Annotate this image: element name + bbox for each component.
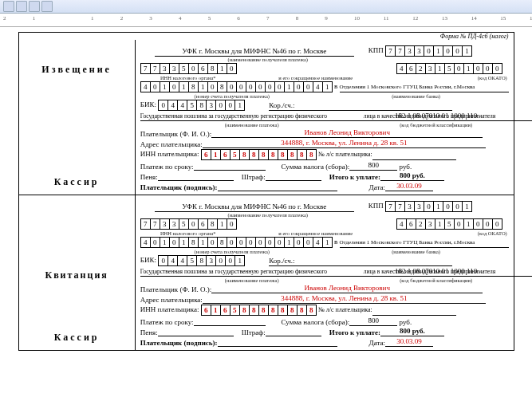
total-label: Итого к уплате:: [329, 173, 380, 181]
cell: 3: [425, 218, 435, 230]
acct-caption: (номер счета получателя платежа): [140, 249, 324, 254]
cell: 1: [211, 149, 220, 160]
cell: 2: [416, 218, 425, 230]
cell: 5: [230, 305, 239, 316]
cell: 6: [201, 149, 211, 160]
cell: 8: [297, 305, 306, 316]
horizontal-ruler: 2112345678910111213141516: [0, 14, 532, 27]
due-label: Платеж по сроку:: [140, 163, 194, 171]
cell: 0: [473, 63, 483, 74]
cell: 4: [177, 255, 187, 266]
cell: 0: [454, 218, 463, 230]
total-label: Итого к уплате:: [329, 328, 380, 336]
kpp-label: КПП: [368, 202, 384, 210]
in-label: в: [334, 82, 337, 90]
cell: 5: [187, 255, 196, 266]
bank-caption: (наименование банка): [324, 93, 509, 99]
fine-label: Штраф:: [242, 328, 266, 336]
cell: 6: [198, 218, 207, 230]
cell: 5: [444, 218, 454, 230]
cell: 0: [236, 237, 246, 248]
cell: 7: [150, 218, 160, 230]
kbk: 182 1 08 07010 01 1000 110: [372, 112, 500, 121]
fine-label: Штраф:: [242, 173, 266, 181]
cell: 0: [246, 81, 255, 92]
cell: 7: [150, 63, 160, 74]
kbk-caption: (код бюджетной классификации): [364, 277, 509, 283]
cell: 3: [404, 201, 414, 212]
cell: 0: [483, 218, 492, 230]
cell: 3: [414, 201, 424, 212]
bik-label: БИК:: [140, 100, 156, 108]
left-col: Квитанция Кассир: [19, 195, 136, 350]
recipient-caption: (наименование получателя платежа): [188, 57, 348, 62]
cell: 8: [287, 149, 297, 160]
cell: 3: [160, 218, 169, 230]
cell: 3: [169, 218, 179, 230]
pinn-label: ИНН плательщика:: [140, 305, 199, 313]
cell: 1: [463, 218, 473, 230]
cell: 1: [198, 81, 207, 92]
cell: 0: [443, 201, 452, 212]
cell: 6: [220, 149, 230, 160]
cell: 4: [396, 218, 406, 230]
cell: 0: [452, 45, 462, 57]
cell: 1: [433, 201, 443, 212]
short-name-caption: и его сокращенное наименование: [236, 75, 396, 81]
penya-value: [158, 327, 234, 336]
tb-icon[interactable]: [16, 1, 27, 12]
date-value: 30.03.09: [385, 337, 433, 347]
cell: 7: [395, 201, 404, 212]
cell: 0: [274, 237, 284, 248]
cell: 3: [404, 45, 414, 57]
cell: 4: [313, 237, 322, 248]
inn-org-caption: ИНН налогового органа*: [140, 230, 236, 236]
cell: 1: [462, 201, 472, 212]
cell: 4: [140, 81, 150, 92]
cell: 8: [196, 100, 206, 111]
cell: 8: [207, 63, 217, 74]
cell: 3: [206, 255, 215, 266]
cell: 0: [169, 237, 179, 248]
recipient-caption: (наименование получателя платежа): [188, 212, 348, 218]
korr-value: [317, 257, 452, 266]
cell: 5: [444, 63, 454, 74]
tb-icon[interactable]: [3, 1, 14, 12]
cell: 0: [454, 63, 463, 74]
page-area: Форма № ПД-4сб (налог) Извещение Кассир …: [0, 27, 532, 359]
sum-value: 800: [349, 161, 397, 171]
notice-title: Извещение: [41, 64, 112, 76]
due-value: [194, 161, 266, 171]
payer-name: Иванов Леонид Викторович: [211, 284, 483, 293]
cell: 1: [160, 81, 169, 92]
cell: 0: [255, 81, 265, 92]
kbk: 182 1 08 07010 01 1000 110: [372, 267, 500, 277]
cell: 0: [424, 45, 433, 57]
sign-value: [218, 182, 337, 191]
cell: 1: [435, 63, 444, 74]
cell: 0: [225, 100, 234, 111]
cell: 1: [284, 237, 294, 248]
pls-value: [372, 306, 456, 316]
duty-caption: (наименование платежа): [140, 122, 364, 128]
bank-name: Отделении 1 Московского ГТУЦ Банка Росси…: [340, 238, 509, 248]
payer-addr: 344888, г. Москва, ул. Ленина д. 28 кв. …: [203, 294, 486, 304]
cell: 1: [179, 237, 188, 248]
cell: 4: [167, 100, 177, 111]
cell: 0: [483, 63, 492, 74]
cell: 0: [227, 81, 236, 92]
section-receipt: Квитанция Кассир УФК г. Москвы для МИФНС…: [19, 195, 514, 350]
cell: 7: [140, 63, 150, 74]
tb-icon[interactable]: [41, 1, 53, 12]
cell: 0: [215, 255, 225, 266]
right-col: УФК г. Москвы для МИФНС №46 по г. Москве…: [136, 40, 514, 195]
cell: 0: [443, 45, 452, 57]
duty-line1: Государственная пошлина за государственн…: [140, 112, 364, 121]
cell: 0: [158, 100, 167, 111]
cell: 1: [284, 81, 294, 92]
word-toolbar[interactable]: [0, 0, 532, 14]
cell: 0: [492, 218, 502, 230]
cell: 0: [227, 218, 237, 230]
tb-icon[interactable]: [29, 1, 40, 12]
cell: 1: [433, 45, 443, 57]
